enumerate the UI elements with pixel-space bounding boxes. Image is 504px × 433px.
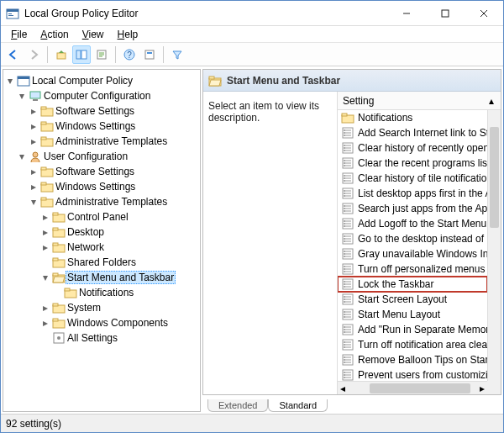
- list-item-setting[interactable]: Add Logoff to the Start Menu: [338, 216, 487, 231]
- list-item-setting[interactable]: Clear history of tile notifications on e…: [338, 171, 487, 186]
- tab-standard[interactable]: Standard: [268, 399, 328, 412]
- expand-icon[interactable]: ▸: [40, 242, 50, 252]
- list-item-setting[interactable]: Clear history of recently opened documen…: [338, 140, 487, 156]
- scroll-up-icon[interactable]: ▴: [486, 95, 497, 107]
- tree-windows-components[interactable]: ▸Windows Components: [5, 315, 198, 330]
- scroll-right-icon[interactable]: ▸: [477, 383, 487, 394]
- tree-cc-admin[interactable]: ▸Administrative Templates: [5, 134, 198, 149]
- tree-notifications[interactable]: ▸Notifications: [5, 285, 198, 300]
- maximize-button[interactable]: [426, 1, 465, 26]
- up-button[interactable]: [52, 45, 71, 64]
- expand-icon[interactable]: ▸: [29, 106, 39, 116]
- expand-icon[interactable]: ▸: [40, 303, 50, 313]
- setting-icon: [341, 277, 354, 291]
- setting-icon: [341, 156, 354, 170]
- list-item-folder[interactable]: Notifications: [338, 110, 487, 125]
- expand-icon[interactable]: ▸: [40, 318, 50, 328]
- tree-uc-windows[interactable]: ▸Windows Settings: [5, 179, 198, 194]
- svg-point-81: [344, 177, 345, 179]
- list-item-label: Start Screen Layout: [358, 293, 447, 305]
- tree-network[interactable]: ▸Network: [5, 240, 198, 255]
- filter-button[interactable]: [168, 45, 186, 64]
- tree-uc-admin[interactable]: ▾Administrative Templates: [5, 194, 198, 209]
- list-item-setting[interactable]: Add "Run in Separate Memory Space" check…: [338, 322, 487, 337]
- details-pane: Start Menu and Taskbar Select an item to…: [202, 69, 501, 412]
- scrollbar-thumb[interactable]: [490, 127, 499, 228]
- expand-icon[interactable]: ▸: [29, 136, 39, 146]
- tree-root[interactable]: ▾ Local Computer Policy: [5, 73, 198, 88]
- close-button[interactable]: [465, 1, 503, 26]
- tree-all-settings[interactable]: ▸All Settings: [5, 330, 198, 346]
- menu-view[interactable]: View: [76, 27, 111, 42]
- properties-button[interactable]: [140, 45, 159, 64]
- horizontal-scrollbar[interactable]: ◂▸: [338, 381, 487, 394]
- folder-icon: [40, 119, 54, 133]
- list-item-setting[interactable]: Start Screen Layout: [338, 292, 487, 307]
- setting-icon: [341, 368, 354, 382]
- expand-icon[interactable]: ▾: [17, 151, 27, 161]
- tree-uc-software[interactable]: ▸Software Settings: [5, 164, 198, 179]
- folder-open-icon: [52, 271, 66, 284]
- column-header-setting[interactable]: Setting ▴: [338, 92, 501, 110]
- settings-list[interactable]: NotificationsAdd Search Internet link to…: [338, 110, 501, 394]
- tree-cc-windows[interactable]: ▸Windows Settings: [5, 119, 198, 134]
- settings-icon: [52, 331, 66, 345]
- back-button[interactable]: [4, 45, 23, 64]
- menu-help[interactable]: Help: [111, 27, 145, 42]
- list-item-setting[interactable]: Gray unavailable Windows Installer progr…: [338, 246, 487, 261]
- tree-user-configuration[interactable]: ▾ User Configuration: [5, 149, 198, 164]
- expand-icon[interactable]: ▸: [40, 212, 50, 222]
- menu-file[interactable]: File: [4, 27, 34, 42]
- scrollbar-thumb[interactable]: [370, 383, 470, 393]
- forward-button[interactable]: [24, 45, 43, 64]
- folder-icon: [52, 240, 66, 254]
- svg-point-124: [344, 271, 345, 272]
- toolbar: ?: [1, 43, 503, 66]
- menu-action[interactable]: Action: [34, 27, 75, 42]
- tree-control-panel[interactable]: ▸Control Panel: [5, 209, 198, 224]
- export-list-button[interactable]: [92, 45, 111, 64]
- tab-extended[interactable]: Extended: [207, 399, 268, 412]
- svg-point-151: [344, 329, 345, 330]
- vertical-scrollbar[interactable]: [487, 110, 501, 381]
- scroll-left-icon[interactable]: ◂: [338, 383, 348, 394]
- list-item-setting[interactable]: Turn off personalized menus: [338, 261, 487, 277]
- show-hide-tree-button[interactable]: [72, 45, 91, 64]
- setting-icon: [341, 202, 354, 215]
- list-item-setting[interactable]: Lock the Taskbar: [338, 277, 487, 292]
- collapse-icon[interactable]: ▾: [40, 272, 50, 283]
- minimize-button[interactable]: [387, 1, 426, 26]
- setting-icon: [341, 338, 354, 351]
- svg-point-123: [344, 268, 345, 270]
- list-item-label: Turn off notification area cleanup: [358, 339, 487, 351]
- tree-cc-software[interactable]: ▸Software Settings: [5, 103, 198, 119]
- console-tree[interactable]: ▾ Local Computer Policy ▾ Computer Confi…: [3, 69, 201, 412]
- expand-icon[interactable]: ▸: [29, 166, 39, 177]
- tree-desktop[interactable]: ▸Desktop: [5, 224, 198, 240]
- svg-rect-38: [53, 243, 58, 246]
- list-item-setting[interactable]: Add Search Internet link to Start Menu: [338, 125, 487, 140]
- list-item-setting[interactable]: List desktop apps first in the Apps view: [338, 186, 487, 201]
- expand-icon[interactable]: ▾: [5, 76, 15, 86]
- list-item-setting[interactable]: Turn off notification area cleanup: [338, 337, 487, 352]
- help-button[interactable]: ?: [120, 45, 139, 64]
- expand-icon[interactable]: ▾: [17, 91, 27, 101]
- list-item-setting[interactable]: Go to the desktop instead of Start when …: [338, 231, 487, 246]
- svg-rect-42: [53, 273, 58, 276]
- tree-start-menu-taskbar[interactable]: ▾Start Menu and Taskbar: [5, 270, 198, 285]
- expand-icon[interactable]: ▸: [29, 121, 39, 131]
- svg-point-164: [344, 356, 345, 358]
- folder-icon: [52, 210, 66, 224]
- tree-shared-folders[interactable]: ▸Shared Folders: [5, 255, 198, 270]
- expand-icon[interactable]: ▾: [29, 197, 39, 207]
- list-item-setting[interactable]: Remove Balloon Tips on Start Menu items: [338, 352, 487, 367]
- expand-icon[interactable]: ▸: [40, 227, 50, 237]
- svg-point-122: [344, 266, 345, 267]
- tree-system[interactable]: ▸System: [5, 300, 198, 315]
- folder-icon: [341, 111, 354, 124]
- tree-computer-configuration[interactable]: ▾ Computer Configuration: [5, 88, 198, 103]
- list-item-setting[interactable]: Clear the recent programs list for new u…: [338, 156, 487, 171]
- expand-icon[interactable]: ▸: [29, 182, 39, 192]
- list-item-setting[interactable]: Search just apps from the Apps view: [338, 201, 487, 216]
- list-item-setting[interactable]: Start Menu Layout: [338, 307, 487, 322]
